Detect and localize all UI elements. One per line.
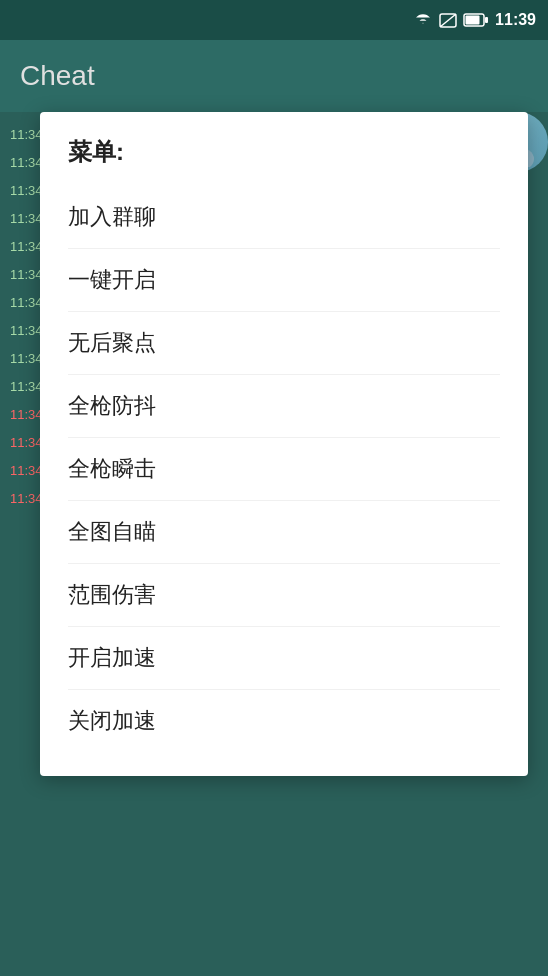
menu-title: 菜单: — [68, 136, 500, 168]
menu-dialog: 菜单: 加入群聊 一键开启 无后聚点 全枪防抖 全枪瞬击 全图自瞄 范围伤害 开… — [40, 112, 528, 776]
svg-line-1 — [440, 14, 456, 27]
svg-rect-3 — [466, 16, 480, 25]
menu-item-one-click-open[interactable]: 一键开启 — [68, 249, 500, 312]
svg-rect-4 — [485, 17, 488, 23]
app-title: Cheat — [20, 60, 95, 92]
menu-item-area-damage[interactable]: 范围伤害 — [68, 564, 500, 627]
menu-item-gun-instant[interactable]: 全枪瞬击 — [68, 438, 500, 501]
battery-icon — [463, 13, 489, 27]
menu-item-join-group[interactable]: 加入群聊 — [68, 186, 500, 249]
menu-item-no-recoil[interactable]: 无后聚点 — [68, 312, 500, 375]
wifi-icon — [413, 13, 433, 28]
menu-item-start-speed[interactable]: 开启加速 — [68, 627, 500, 690]
menu-item-full-map-scope[interactable]: 全图自瞄 — [68, 501, 500, 564]
app-header: Cheat — [0, 40, 548, 112]
menu-item-gun-stabilize[interactable]: 全枪防抖 — [68, 375, 500, 438]
status-bar: 11:39 — [0, 0, 548, 40]
nosim-icon — [439, 13, 457, 28]
status-icons: 11:39 — [413, 11, 536, 29]
status-time: 11:39 — [495, 11, 536, 29]
menu-item-stop-speed[interactable]: 关闭加速 — [68, 690, 500, 752]
